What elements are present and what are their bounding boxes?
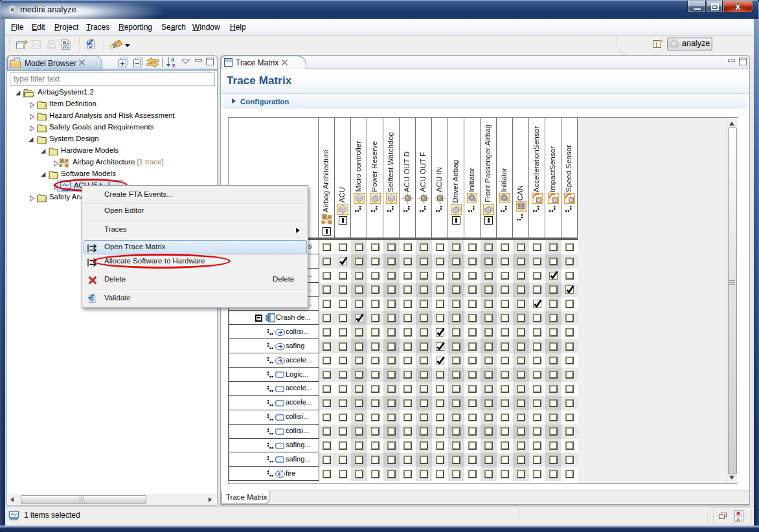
svg-text:z: z xyxy=(172,61,176,68)
